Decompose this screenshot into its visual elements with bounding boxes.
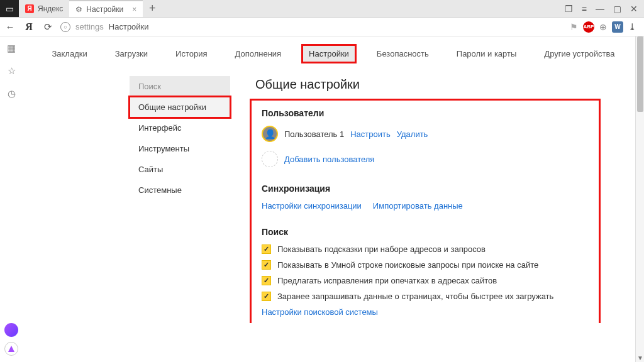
vertical-scrollbar[interactable]: ▲ ▼ bbox=[635, 36, 644, 362]
sidenav-sites[interactable]: Сайты bbox=[130, 159, 230, 180]
sync-settings-link[interactable]: Настройки синхронизации bbox=[262, 201, 362, 211]
scroll-thumb[interactable] bbox=[637, 36, 643, 112]
option-label: Показывать подсказки при наборе адресов … bbox=[277, 244, 486, 254]
topnav-addons[interactable]: Дополнения bbox=[228, 45, 287, 62]
option-label: Заранее запрашивать данные о страницах, … bbox=[277, 292, 553, 301]
yandex-home-button[interactable]: Я bbox=[23, 21, 35, 33]
globe-extension-icon[interactable]: ⊕ bbox=[599, 22, 607, 32]
users-section: Пользователи 👤 Пользователь 1 Настроить … bbox=[262, 108, 589, 167]
search-option: ✓ Заранее запрашивать данные о страницах… bbox=[262, 292, 589, 301]
search-engine-settings-link[interactable]: Настройки поисковой системы bbox=[262, 307, 378, 317]
browser-tab-active[interactable]: ⚙ Настройки × bbox=[69, 0, 143, 17]
sidenav-general[interactable]: Общие настройки bbox=[130, 97, 230, 118]
topnav-history[interactable]: История bbox=[169, 45, 213, 62]
yandex-favicon: Я bbox=[25, 4, 34, 13]
scroll-down-icon[interactable]: ▼ bbox=[636, 353, 644, 362]
reload-button[interactable]: ⟳ bbox=[42, 21, 54, 33]
sidenav-tools[interactable]: Инструменты bbox=[130, 138, 230, 159]
search-option: ✓ Предлагать исправления при опечатках в… bbox=[262, 276, 589, 285]
adblock-extension-icon[interactable]: ABP bbox=[583, 21, 594, 33]
add-avatar-placeholder bbox=[262, 151, 278, 167]
tab-label: Настройки bbox=[86, 5, 123, 14]
sidenav-search[interactable]: Поиск bbox=[130, 76, 230, 97]
import-data-link[interactable]: Импортировать данные bbox=[373, 201, 463, 211]
left-rail: ▦ ☆ ◷ bbox=[0, 36, 23, 362]
topnav-passwords[interactable]: Пароли и карты bbox=[450, 45, 523, 62]
checkbox-checked[interactable]: ✓ bbox=[262, 260, 271, 270]
site-info-icon[interactable]: ○ bbox=[60, 22, 70, 32]
alice-voice-icon[interactable] bbox=[4, 342, 18, 356]
topnav-devices[interactable]: Другие устройства bbox=[538, 45, 621, 62]
users-heading: Пользователи bbox=[262, 108, 589, 118]
configure-user-link[interactable]: Настроить bbox=[350, 129, 391, 139]
search-section: Поиск ✓ Показывать подсказки при наборе … bbox=[262, 227, 589, 317]
titlebar: ▭ Я Яндекс ⚙ Настройки × + ❐ ≡ — ▢ ✕ bbox=[0, 0, 644, 18]
vk-extension-icon[interactable]: W bbox=[612, 21, 623, 33]
topnav-settings[interactable]: Настройки bbox=[303, 45, 355, 62]
user-name: Пользователь 1 bbox=[284, 129, 344, 139]
grid-icon[interactable]: ▦ bbox=[7, 43, 16, 54]
address-bar: ← Я ⟳ ○ settings Настройки ⚑ ABP ⊕ W ⤓ bbox=[0, 18, 644, 36]
window-minimize-icon[interactable]: — bbox=[596, 4, 604, 14]
delete-user-link[interactable]: Удалить bbox=[397, 129, 428, 139]
search-heading: Поиск bbox=[262, 227, 589, 237]
option-label: Предлагать исправления при опечатках в а… bbox=[277, 276, 497, 285]
clock-icon[interactable]: ◷ bbox=[8, 88, 16, 99]
new-tab-button[interactable]: + bbox=[143, 0, 162, 17]
window-close-icon[interactable]: ✕ bbox=[630, 4, 638, 14]
tab-label: Яндекс bbox=[38, 4, 63, 13]
page-title: Общие настройки bbox=[255, 77, 595, 92]
address-page: Настройки bbox=[109, 22, 149, 31]
bookmark-icon[interactable]: ⚑ bbox=[570, 22, 578, 32]
topnav-security[interactable]: Безопасность bbox=[370, 45, 435, 62]
checkbox-checked[interactable]: ✓ bbox=[262, 292, 271, 301]
topnav-downloads[interactable]: Загрузки bbox=[109, 45, 154, 62]
option-label: Показывать в Умной строке поисковые запр… bbox=[277, 260, 538, 270]
checkbox-checked[interactable]: ✓ bbox=[262, 276, 271, 285]
browser-tab[interactable]: Я Яндекс bbox=[19, 0, 69, 17]
gear-icon: ⚙ bbox=[75, 5, 82, 14]
menu-icon[interactable]: ≡ bbox=[582, 4, 587, 14]
address-host: settings bbox=[75, 22, 104, 31]
window-maximize-icon[interactable]: ▢ bbox=[613, 4, 621, 14]
settings-side-nav: Поиск Общие настройки Интерфейс Инструме… bbox=[130, 71, 230, 323]
sync-section: Синхронизация Настройки синхронизации Им… bbox=[262, 184, 589, 211]
sidenav-system[interactable]: Системные bbox=[130, 180, 230, 200]
panel-toggle-icon[interactable]: ❐ bbox=[565, 4, 573, 14]
search-option: ✓ Показывать подсказки при наборе адресо… bbox=[262, 244, 589, 254]
app-menu-button[interactable]: ▭ bbox=[0, 0, 19, 17]
star-icon[interactable]: ☆ bbox=[8, 65, 16, 77]
sidenav-interface[interactable]: Интерфейс bbox=[130, 118, 230, 138]
alice-icon[interactable] bbox=[4, 323, 18, 337]
back-button[interactable]: ← bbox=[4, 21, 16, 32]
avatar[interactable]: 👤 bbox=[262, 126, 278, 142]
add-user-link[interactable]: Добавить пользователя bbox=[284, 155, 374, 164]
checkbox-checked[interactable]: ✓ bbox=[262, 244, 271, 254]
downloads-icon[interactable]: ⤓ bbox=[628, 21, 636, 33]
topnav-bookmarks[interactable]: Закладки bbox=[45, 45, 93, 62]
close-tab-icon[interactable]: × bbox=[132, 5, 136, 14]
sync-heading: Синхронизация bbox=[262, 184, 589, 194]
settings-top-nav: Закладки Загрузки История Дополнения Нас… bbox=[23, 36, 644, 71]
search-option: ✓ Показывать в Умной строке поисковые за… bbox=[262, 260, 589, 270]
address-field[interactable]: ○ settings Настройки bbox=[60, 22, 564, 32]
settings-panel: Общие настройки Пользователи 👤 Пользоват… bbox=[243, 71, 595, 323]
